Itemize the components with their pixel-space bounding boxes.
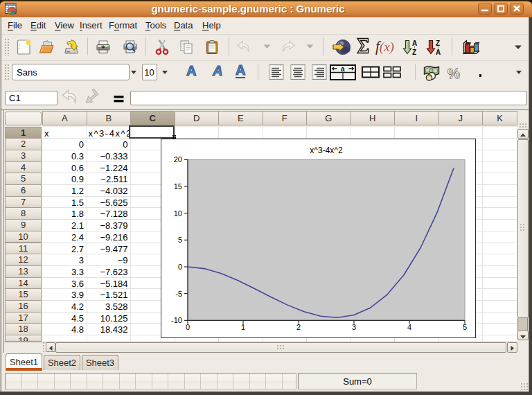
svg-text:Z: Z bbox=[436, 40, 440, 47]
svg-text:1: 1 bbox=[241, 323, 245, 331]
svg-text:20: 20 bbox=[174, 155, 182, 164]
svg-text:15: 15 bbox=[174, 182, 182, 191]
svg-text:10: 10 bbox=[174, 209, 182, 218]
svg-text:-10: -10 bbox=[171, 316, 182, 324]
svg-text:5: 5 bbox=[463, 323, 467, 331]
svg-text:0: 0 bbox=[178, 263, 182, 271]
svg-text:a: a bbox=[341, 65, 345, 73]
svg-text:A: A bbox=[436, 48, 441, 55]
svg-text:%: % bbox=[447, 68, 460, 80]
svg-text:Z: Z bbox=[412, 48, 416, 55]
svg-text:3: 3 bbox=[352, 323, 356, 331]
svg-text:5: 5 bbox=[178, 236, 182, 244]
svg-text:4: 4 bbox=[407, 323, 411, 331]
svg-text:2: 2 bbox=[296, 323, 301, 331]
svg-text:-5: -5 bbox=[175, 290, 182, 298]
svg-text:0: 0 bbox=[186, 323, 190, 331]
svg-text:x^3-4x^2: x^3-4x^2 bbox=[310, 146, 343, 155]
svg-text:A: A bbox=[412, 40, 417, 47]
